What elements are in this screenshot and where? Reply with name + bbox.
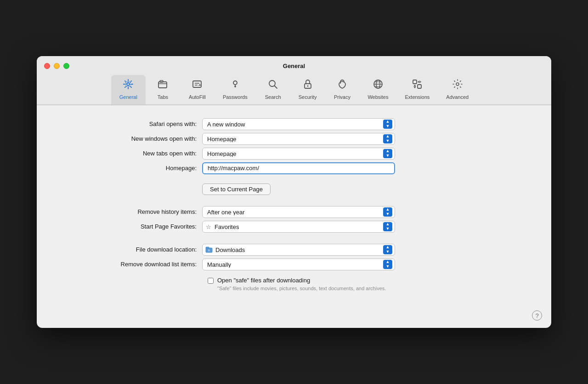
safari-opens-control: A new window A new tab A new private win… [202, 118, 395, 130]
new-tabs-select-wrapper: Homepage Empty Page Same Page ▲ ▼ [202, 148, 395, 160]
svg-point-7 [233, 81, 237, 85]
window-title: General [69, 63, 519, 69]
remove-download-label: Remove download list items: [64, 261, 202, 268]
new-windows-row: New windows open with: Homepage Empty Pa… [64, 133, 524, 145]
new-tabs-select[interactable]: Homepage Empty Page Same Page [202, 148, 395, 160]
tab-general[interactable]: General [111, 75, 146, 104]
homepage-input[interactable] [202, 162, 395, 174]
remove-history-label: Remove history items: [64, 208, 202, 215]
svg-point-13 [307, 85, 308, 86]
safari-opens-row: Safari opens with: A new window A new ta… [64, 118, 524, 130]
file-download-select[interactable]: Downloads Desktop Other... [202, 244, 395, 256]
tab-security-label: Security [299, 94, 317, 100]
new-windows-select[interactable]: Homepage Empty Page Same Page [202, 133, 395, 145]
svg-point-0 [127, 83, 130, 86]
remove-download-row: Remove download list items: Manually Aft… [64, 258, 524, 270]
file-download-label: File download location: [64, 246, 202, 253]
tab-tabs[interactable]: Tabs [146, 75, 180, 104]
safari-opens-select[interactable]: A new window A new tab A new private win… [202, 118, 395, 130]
help-button[interactable]: ? [532, 310, 542, 321]
tab-extensions[interactable]: Extensions [396, 75, 438, 104]
svg-line-11 [275, 86, 277, 88]
homepage-label: Homepage: [64, 165, 202, 172]
tab-passwords-label: Passwords [223, 94, 248, 100]
start-page-select[interactable]: Favorites Bookmarks [202, 221, 395, 233]
passwords-icon [230, 79, 241, 92]
set-page-control: Set to Current Page [202, 181, 395, 195]
tab-search[interactable]: Search [256, 75, 290, 104]
tab-tabs-label: Tabs [158, 94, 168, 100]
open-safe-files-row: Open "safe" files after downloading "Saf… [208, 277, 524, 292]
svg-rect-19 [413, 80, 417, 84]
start-page-control: Favorites Bookmarks ☆ ▲ ▼ [202, 221, 395, 233]
settings-content: Safari opens with: A new window A new ta… [37, 105, 551, 310]
general-icon [123, 79, 134, 92]
extensions-icon [412, 79, 423, 92]
tab-privacy[interactable]: Privacy [325, 75, 359, 104]
close-button[interactable] [44, 63, 50, 69]
tab-websites-label: Websites [368, 94, 388, 100]
remove-history-select[interactable]: After one year After one day After one w… [202, 206, 395, 218]
preferences-window: General General [37, 56, 551, 328]
new-windows-control: Homepage Empty Page Same Page ▲ ▼ [202, 133, 395, 145]
homepage-row: Homepage: [64, 162, 524, 174]
remove-download-control: Manually After one day When Safari quits… [202, 258, 395, 270]
tab-general-label: General [119, 94, 137, 100]
set-page-row: Set to Current Page [64, 181, 524, 195]
tabs-icon [157, 79, 168, 92]
tab-websites[interactable]: Websites [359, 75, 396, 104]
file-download-control: Downloads Desktop Other... ▲ [202, 244, 395, 256]
svg-rect-3 [160, 80, 163, 82]
traffic-lights [44, 63, 69, 69]
help-container: ? [37, 310, 551, 328]
tab-autofill[interactable]: AutoFill [180, 75, 215, 104]
start-page-row: Start Page Favorites: Favorites Bookmark… [64, 221, 524, 233]
svg-rect-4 [193, 81, 201, 87]
svg-point-1 [125, 81, 131, 87]
file-download-select-wrapper: Downloads Desktop Other... ▲ [202, 244, 395, 256]
advanced-icon [452, 79, 463, 92]
maximize-button[interactable] [63, 63, 69, 69]
remove-history-select-wrapper: After one year After one day After one w… [202, 206, 395, 218]
tab-advanced[interactable]: Advanced [438, 75, 477, 104]
autofill-icon [192, 79, 203, 92]
toolbar: General Tabs [111, 75, 477, 104]
start-page-label: Start Page Favorites: [64, 223, 202, 230]
homepage-control [202, 162, 395, 174]
minimize-button[interactable] [54, 63, 60, 69]
tab-advanced-label: Advanced [446, 94, 469, 100]
remove-history-control: After one year After one day After one w… [202, 206, 395, 218]
websites-icon [373, 79, 384, 92]
new-tabs-control: Homepage Empty Page Same Page ▲ ▼ [202, 148, 395, 160]
safari-opens-label: Safari opens with: [64, 120, 202, 127]
remove-download-select-wrapper: Manually After one day When Safari quits… [202, 258, 395, 270]
svg-rect-2 [158, 82, 167, 88]
search-icon [267, 79, 278, 92]
new-tabs-label: New tabs open with: [64, 150, 202, 157]
tab-search-label: Search [265, 94, 281, 100]
file-download-row: File download location: Downloads Deskto… [64, 244, 524, 256]
open-safe-files-subtext: "Safe" files include movies, pictures, s… [217, 285, 386, 292]
open-safe-files-label: Open "safe" files after downloading [217, 277, 386, 284]
new-windows-label: New windows open with: [64, 135, 202, 142]
remove-download-select[interactable]: Manually After one day When Safari quits… [202, 258, 395, 270]
privacy-icon [337, 79, 348, 92]
new-tabs-row: New tabs open with: Homepage Empty Page … [64, 148, 524, 160]
start-page-select-wrapper: Favorites Bookmarks ☆ ▲ ▼ [202, 221, 395, 233]
svg-point-21 [456, 83, 459, 86]
titlebar: General General [37, 56, 551, 105]
svg-rect-20 [418, 85, 421, 88]
security-icon [302, 79, 313, 92]
safari-opens-select-wrapper: A new window A new tab A new private win… [202, 118, 395, 130]
tab-security[interactable]: Security [290, 75, 325, 104]
new-windows-select-wrapper: Homepage Empty Page Same Page ▲ ▼ [202, 133, 395, 145]
tab-extensions-label: Extensions [405, 94, 430, 100]
open-safe-files-text-wrapper: Open "safe" files after downloading "Saf… [217, 277, 386, 292]
set-to-current-page-button[interactable]: Set to Current Page [202, 183, 271, 195]
tab-autofill-label: AutoFill [189, 94, 206, 100]
tab-passwords[interactable]: Passwords [215, 75, 256, 104]
tab-privacy-label: Privacy [334, 94, 351, 100]
open-safe-files-checkbox[interactable] [208, 278, 214, 284]
remove-history-row: Remove history items: After one year Aft… [64, 206, 524, 218]
